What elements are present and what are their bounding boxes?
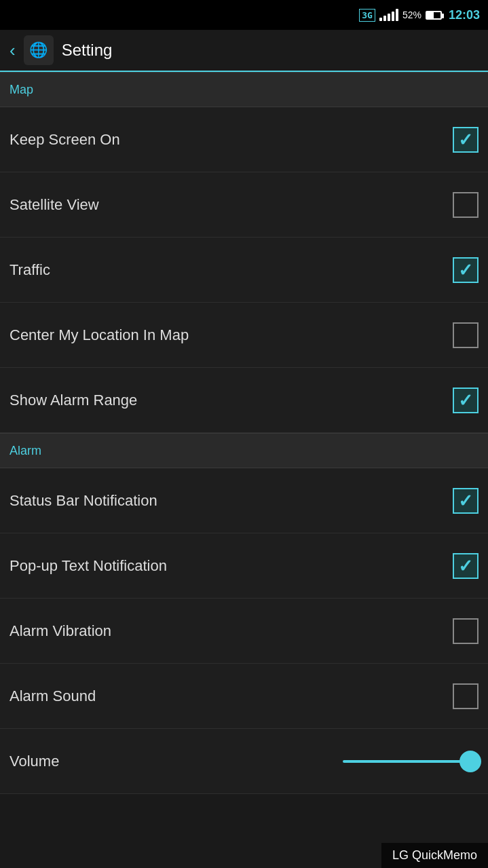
setting-row-alarm-vibration[interactable]: Alarm Vibration [0,599,488,664]
setting-label-alarm-sound: Alarm Sound [10,687,96,705]
time-display: 12:03 [449,8,480,22]
checkbox-center-my-location[interactable] [453,322,478,348]
setting-label-traffic: Traffic [10,261,50,279]
setting-row-volume[interactable]: Volume [0,729,488,794]
setting-row-center-my-location[interactable]: Center My Location In Map [0,303,488,368]
checkbox-keep-screen-on[interactable] [453,127,478,153]
checkbox-popup-text-notification[interactable] [453,553,478,579]
setting-row-traffic[interactable]: Traffic [0,238,488,303]
volume-slider-track [343,760,478,763]
section-label-alarm: Alarm [10,444,41,458]
checkbox-alarm-sound[interactable] [453,683,478,709]
checkbox-show-alarm-range[interactable] [453,388,478,413]
app-header: ‹ 🌐 Setting [0,30,488,72]
quickmemo-label: LG QuickMemo [381,843,488,868]
app-icon: 🌐 [24,35,54,65]
section-header-alarm: Alarm [0,433,488,468]
section-header-map: Map [0,72,488,107]
signal-bars-icon [379,9,398,21]
page-title: Setting [62,41,113,60]
setting-row-satellite-view[interactable]: Satellite View [0,172,488,238]
back-button[interactable]: ‹ [10,40,16,61]
setting-row-popup-text-notification[interactable]: Pop-up Text Notification [0,533,488,599]
setting-label-popup-text-notification: Pop-up Text Notification [10,557,167,575]
network-label: 3G [359,9,375,22]
setting-row-alarm-sound[interactable]: Alarm Sound [0,664,488,729]
setting-label-center-my-location: Center My Location In Map [10,326,189,344]
volume-slider-thumb[interactable] [459,751,481,772]
setting-row-keep-screen-on[interactable]: Keep Screen On [0,107,488,172]
battery-percent: 52% [402,10,421,20]
checkbox-alarm-vibration[interactable] [453,618,478,644]
section-label-map: Map [10,83,33,97]
checkbox-traffic[interactable] [453,257,478,283]
setting-label-show-alarm-range: Show Alarm Range [10,392,137,409]
setting-label-keep-screen-on: Keep Screen On [10,131,120,149]
setting-label-status-bar-notification: Status Bar Notification [10,492,157,510]
battery-icon [426,11,442,20]
setting-label-alarm-vibration: Alarm Vibration [10,622,111,640]
volume-label: Volume [10,753,59,770]
volume-slider[interactable] [343,760,478,763]
setting-label-satellite-view: Satellite View [10,196,99,214]
app-icon-emoji: 🌐 [29,41,48,59]
setting-row-show-alarm-range[interactable]: Show Alarm Range [0,368,488,433]
section-map: Map Keep Screen On Satellite View Traffi… [0,72,488,433]
section-alarm: Alarm Status Bar Notification Pop-up Tex… [0,433,488,729]
setting-row-status-bar-notification[interactable]: Status Bar Notification [0,468,488,533]
status-bar: 3G 52% 12:03 [0,0,488,30]
checkbox-satellite-view[interactable] [453,192,478,218]
checkbox-status-bar-notification[interactable] [453,488,478,514]
